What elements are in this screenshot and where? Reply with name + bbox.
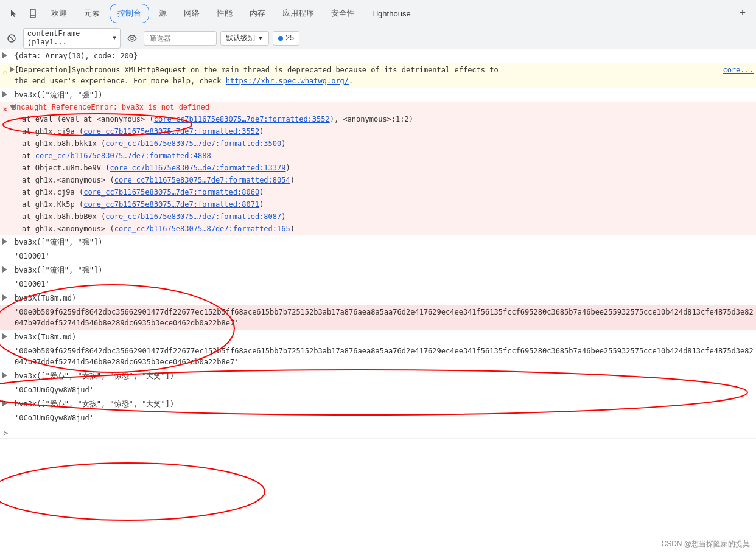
tab-application[interactable]: 应用程序: [275, 4, 321, 23]
hex-2-text: '00e0b509f6259df8642dbc35662901477df2267…: [15, 346, 754, 367]
error-count-badge: 25: [273, 31, 299, 46]
stack-row-9: at gh1x.b8h.bbB0x (core_cc7b11675e83075……: [0, 210, 756, 223]
result-010001-2: '010001': [15, 279, 754, 290]
stack-row-2: at gh1x.cj9a (core_cc7b11675e83075…7de7:…: [0, 125, 756, 137]
tab-lighthouse[interactable]: Lighthouse: [365, 5, 418, 22]
watermark: CSDN @想当探险家的提莫: [661, 539, 750, 549]
expand-bva3x-3-icon[interactable]: [2, 266, 7, 273]
stack-link-10[interactable]: core_cc7b11675e83075…87de7:formatted:165: [114, 224, 290, 233]
console-row-bva3x-2: bva3x(["流泪", "强"]): [0, 235, 756, 249]
stack-link-5[interactable]: core_cc7b11675e83075…de7:formatted:13379: [110, 164, 286, 172]
stack-link-4[interactable]: core_cc7b11675e83075…7de7:formatted:4888: [35, 151, 211, 160]
error-dot: [278, 36, 283, 41]
xhr-spec-link[interactable]: https://xhr.spec.whatwg.org/: [226, 77, 349, 85]
console-row-hex-2: '00e0b509f6259df8642dbc35662901477df2267…: [0, 344, 756, 369]
console-row-bva3x-tu8m-1: bva3X(Tu8m.md): [0, 291, 756, 305]
expand-tu8m-2-icon[interactable]: [2, 333, 7, 339]
stack-row-4: at core_cc7b11675e83075…7de7:formatted:4…: [0, 150, 756, 162]
bva3x-emoji-2-text: bva3x(["爱心", "女孩", "惊恐", "大笑"]): [15, 398, 754, 409]
console-row-bva3x-emoji-1: bva3x(["爱心", "女孩", "惊恐", "大笑"]): [0, 369, 756, 383]
tab-security[interactable]: 安全性: [324, 4, 362, 23]
top-nav: 欢迎 元素 控制台 源 网络 性能 内存 应用程序 安全性 Lighthouse…: [0, 0, 756, 27]
frame-label: contentFrame (playl...: [27, 30, 110, 47]
devtools-window: 欢迎 元素 控制台 源 网络 性能 内存 应用程序 安全性 Lighthouse…: [0, 0, 756, 553]
log-level-select[interactable]: 默认级别 ▼: [220, 31, 269, 46]
expand-tu8m-1-icon[interactable]: [2, 294, 7, 301]
console-row-deprecation: ⚠ [Deprecation]Synchronous XMLHttpReques…: [0, 63, 756, 88]
console-row-cojum-2: '0CoJUm6Qyw8W8jud': [0, 411, 756, 425]
stack-link-9[interactable]: core_cc7b11675e83075…7de7:formatted:8087: [105, 212, 281, 221]
tab-performance[interactable]: 性能: [209, 4, 240, 23]
mobile-icon[interactable]: [24, 5, 41, 22]
stack-row-8: at gh1x.Kk5p (core_cc7b11675e83075…7de7:…: [0, 198, 756, 210]
expand-emoji-2-icon[interactable]: [2, 400, 7, 406]
warning-icon: ⚠: [2, 65, 7, 78]
console-output[interactable]: {data: Array(10), code: 200} ⚠ [Deprecat…: [0, 49, 756, 553]
filter-input[interactable]: [144, 31, 217, 46]
tab-welcome[interactable]: 欢迎: [44, 4, 74, 23]
stack-row-1: at eval (eval at <anonymous> (core_cc7b1…: [0, 113, 756, 125]
console-row-010001-1: '010001': [0, 249, 756, 263]
console-row-bva3x-3: bva3x(["流泪", "强"]): [0, 263, 756, 277]
result-010001-1: '010001': [15, 251, 754, 262]
tab-memory[interactable]: 内存: [242, 4, 273, 23]
deprecation-text: [Deprecation]Synchronous XMLHttpRequest …: [15, 64, 718, 86]
console-row-bva3x-emoji-2: bva3x(["爱心", "女孩", "惊恐", "大笑"]): [0, 397, 756, 411]
chevron-down-icon: ▼: [113, 35, 116, 41]
stack-link-2[interactable]: core_cc7b11675e83075…7de7:formatted:3552: [83, 127, 259, 136]
stack-row-5: at Object.u8m.be9V (core_cc7b11675e83075…: [0, 162, 756, 174]
console-toolbar: contentFrame (playl... ▼ 默认级别 ▼ 25: [0, 27, 756, 49]
tab-network[interactable]: 网络: [177, 4, 207, 23]
chevron-down-icon2: ▼: [257, 35, 264, 41]
core-link-right[interactable]: core...: [718, 64, 754, 75]
stack-link-8[interactable]: core_cc7b11675e83075…7de7:formatted:8071: [83, 200, 259, 209]
collapse-error-icon[interactable]: [10, 105, 16, 110]
stack-row-10: at gh1x.<anonymous> (core_cc7b11675e8307…: [0, 223, 756, 235]
console-row-010001-2: '010001': [0, 277, 756, 291]
tab-console[interactable]: 控制台: [110, 4, 149, 23]
cojum-1-text: '0CoJUm6Qyw8W8jud': [15, 384, 754, 395]
error-block: ✕ Uncaught ReferenceError: bva3x is not …: [0, 102, 756, 235]
svg-rect-0: [30, 9, 35, 18]
bva3x-tu8m-2-text: bva3x(Tu8m.md): [15, 332, 754, 343]
stack-link-6[interactable]: core_cc7b11675e83075…7de7:formatted:8054: [114, 176, 290, 184]
console-row-cojum-1: '0CoJUm6Qyw8W8jud': [0, 383, 756, 397]
cursor-icon[interactable]: [5, 5, 22, 22]
hex-1-text: '00e0b509f6259df8642dbc35662901477df2267…: [15, 307, 754, 329]
console-row-bva3x-1: bva3x(["流泪", "强"]): [0, 88, 756, 102]
tab-sources[interactable]: 源: [152, 4, 174, 23]
error-main-row: ✕ Uncaught ReferenceError: bva3x is not …: [0, 102, 756, 113]
stack-row-7: at gh1x.cj9a (core_cc7b11675e83075…7de7:…: [0, 186, 756, 198]
expand-bva3x-1-icon[interactable]: [2, 91, 7, 97]
tab-elements[interactable]: 元素: [77, 4, 107, 23]
error-count: 25: [285, 34, 294, 43]
expand-bva3x-2-icon[interactable]: [2, 238, 7, 245]
console-row-hex-1: '00e0b509f6259df8642dbc35662901477df2267…: [0, 305, 756, 330]
clear-console-button[interactable]: [4, 30, 19, 46]
expand-deprecation-icon[interactable]: [10, 66, 15, 72]
expand-emoji-1-icon[interactable]: [2, 372, 7, 378]
stack-link-1[interactable]: core_cc7b11675e83075…7de7:formatted:3552: [154, 115, 330, 123]
console-text: {data: Array(10), code: 200}: [15, 50, 754, 61]
bva3x-emoji-1-text: bva3x(["爱心", "女孩", "惊恐", "大笑"]): [15, 370, 754, 381]
prompt-icon: >: [4, 428, 8, 439]
console-input-row[interactable]: >: [0, 425, 756, 439]
bva3x-3-text: bva3x(["流泪", "强"]): [15, 265, 754, 276]
stack-link-3[interactable]: core_cc7b11675e83075…7de7:formatted:3500: [105, 139, 281, 148]
frame-selector[interactable]: contentFrame (playl... ▼: [23, 28, 121, 49]
add-panel-button[interactable]: +: [734, 5, 751, 22]
cojum-2-text: '0CoJUm6Qyw8W8jud': [15, 412, 754, 423]
expand-icon[interactable]: [2, 52, 7, 58]
log-level-label: 默认级别: [226, 33, 255, 43]
error-icon: ✕: [2, 104, 7, 114]
bva3x-tu8m-1-text: bva3X(Tu8m.md): [15, 293, 754, 304]
console-row-bva3x-tu8m-2: bva3x(Tu8m.md): [0, 330, 756, 344]
console-row-data: {data: Array(10), code: 200}: [0, 49, 756, 63]
stack-link-7[interactable]: core_cc7b11675e83075…7de7:formatted:8060: [83, 188, 259, 197]
svg-point-4: [131, 37, 133, 40]
svg-line-3: [9, 36, 14, 41]
stack-row-6: at gh1x.<anonymous> (core_cc7b11675e8307…: [0, 174, 756, 186]
bva3x-1-text: bva3x(["流泪", "强"]): [15, 89, 754, 100]
bva3x-2-text: bva3x(["流泪", "强"]): [15, 237, 754, 248]
eye-icon[interactable]: [124, 30, 140, 46]
